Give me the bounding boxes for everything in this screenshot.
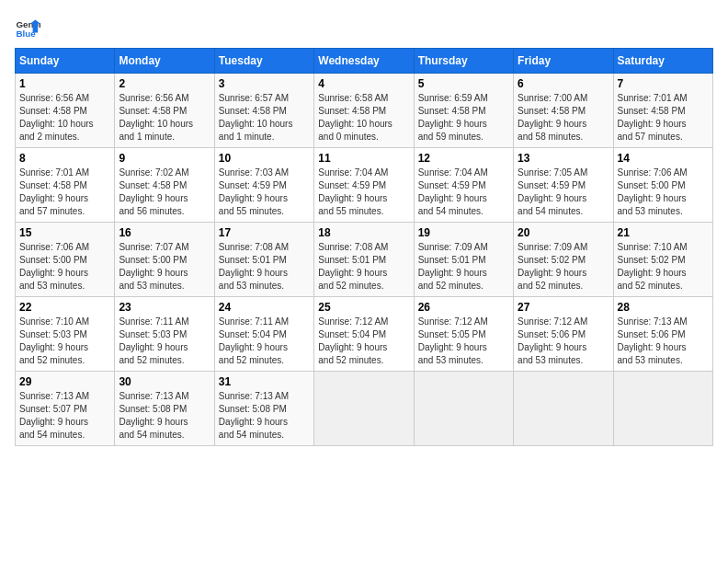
- day-info: Sunrise: 7:08 AM Sunset: 5:01 PM Dayligh…: [219, 241, 310, 293]
- column-header-monday: Monday: [115, 49, 214, 74]
- day-number: 2: [119, 77, 210, 90]
- day-number: 18: [318, 226, 409, 239]
- day-number: 17: [219, 226, 310, 239]
- column-header-sunday: Sunday: [16, 49, 115, 74]
- day-info: Sunrise: 7:12 AM Sunset: 5:05 PM Dayligh…: [418, 316, 509, 367]
- day-info: Sunrise: 7:02 AM Sunset: 4:58 PM Dayligh…: [119, 167, 210, 218]
- column-header-friday: Friday: [514, 49, 613, 74]
- day-info: Sunrise: 7:10 AM Sunset: 5:03 PM Dayligh…: [19, 316, 110, 367]
- page-header: General Blue: [15, 15, 713, 40]
- day-number: 5: [418, 77, 509, 90]
- calendar-cell: 17Sunrise: 7:08 AM Sunset: 5:01 PM Dayli…: [214, 223, 313, 297]
- calendar-cell: 20Sunrise: 7:09 AM Sunset: 5:02 PM Dayli…: [514, 223, 613, 297]
- calendar-cell: 1Sunrise: 6:56 AM Sunset: 4:58 PM Daylig…: [16, 74, 115, 148]
- day-number: 8: [19, 152, 110, 165]
- day-number: 19: [418, 226, 509, 239]
- day-info: Sunrise: 7:06 AM Sunset: 5:00 PM Dayligh…: [19, 241, 110, 293]
- calendar-table: SundayMondayTuesdayWednesdayThursdayFrid…: [15, 48, 713, 446]
- calendar-body: 1Sunrise: 6:56 AM Sunset: 4:58 PM Daylig…: [16, 74, 713, 446]
- calendar-week-2: 8Sunrise: 7:01 AM Sunset: 4:58 PM Daylig…: [16, 148, 713, 223]
- day-info: Sunrise: 6:57 AM Sunset: 4:58 PM Dayligh…: [219, 92, 310, 144]
- calendar-cell: 9Sunrise: 7:02 AM Sunset: 4:58 PM Daylig…: [115, 148, 214, 223]
- calendar-cell: 26Sunrise: 7:12 AM Sunset: 5:05 PM Dayli…: [414, 297, 513, 372]
- day-number: 3: [219, 77, 310, 90]
- day-info: Sunrise: 6:56 AM Sunset: 4:58 PM Dayligh…: [19, 92, 110, 144]
- calendar-cell: 8Sunrise: 7:01 AM Sunset: 4:58 PM Daylig…: [16, 148, 115, 223]
- day-number: 30: [119, 375, 210, 388]
- day-number: 13: [518, 152, 609, 165]
- calendar-cell: 21Sunrise: 7:10 AM Sunset: 5:02 PM Dayli…: [613, 223, 712, 297]
- calendar-cell: 19Sunrise: 7:09 AM Sunset: 5:01 PM Dayli…: [414, 223, 513, 297]
- calendar-cell: 31Sunrise: 7:13 AM Sunset: 5:08 PM Dayli…: [214, 372, 313, 446]
- day-info: Sunrise: 7:07 AM Sunset: 5:00 PM Dayligh…: [119, 241, 210, 293]
- day-info: Sunrise: 7:04 AM Sunset: 4:59 PM Dayligh…: [318, 167, 409, 218]
- day-info: Sunrise: 7:11 AM Sunset: 5:04 PM Dayligh…: [219, 316, 310, 367]
- day-number: 31: [219, 375, 310, 388]
- day-info: Sunrise: 7:04 AM Sunset: 4:59 PM Dayligh…: [418, 167, 509, 218]
- day-info: Sunrise: 7:01 AM Sunset: 4:58 PM Dayligh…: [618, 92, 709, 144]
- calendar-cell: 23Sunrise: 7:11 AM Sunset: 5:03 PM Dayli…: [115, 297, 214, 372]
- calendar-week-5: 29Sunrise: 7:13 AM Sunset: 5:07 PM Dayli…: [16, 372, 713, 446]
- calendar-cell: [613, 372, 712, 446]
- calendar-cell: 11Sunrise: 7:04 AM Sunset: 4:59 PM Dayli…: [314, 148, 414, 223]
- day-number: 28: [618, 301, 709, 314]
- day-info: Sunrise: 7:09 AM Sunset: 5:02 PM Dayligh…: [518, 241, 609, 293]
- day-number: 22: [19, 301, 110, 314]
- day-number: 10: [219, 152, 310, 165]
- calendar-cell: 28Sunrise: 7:13 AM Sunset: 5:06 PM Dayli…: [613, 297, 712, 372]
- calendar-cell: 13Sunrise: 7:05 AM Sunset: 4:59 PM Dayli…: [514, 148, 613, 223]
- calendar-cell: [514, 372, 613, 446]
- day-number: 20: [518, 226, 609, 239]
- calendar-cell: 2Sunrise: 6:56 AM Sunset: 4:58 PM Daylig…: [115, 74, 214, 148]
- calendar-cell: 29Sunrise: 7:13 AM Sunset: 5:07 PM Dayli…: [16, 372, 115, 446]
- day-number: 14: [618, 152, 709, 165]
- logo-icon: General Blue: [15, 15, 40, 40]
- day-number: 16: [119, 226, 210, 239]
- calendar-header: SundayMondayTuesdayWednesdayThursdayFrid…: [16, 49, 713, 74]
- calendar-cell: 10Sunrise: 7:03 AM Sunset: 4:59 PM Dayli…: [214, 148, 313, 223]
- day-info: Sunrise: 7:12 AM Sunset: 5:04 PM Dayligh…: [318, 316, 409, 367]
- day-number: 6: [518, 77, 609, 90]
- calendar-cell: 25Sunrise: 7:12 AM Sunset: 5:04 PM Dayli…: [314, 297, 414, 372]
- day-info: Sunrise: 7:13 AM Sunset: 5:06 PM Dayligh…: [618, 316, 709, 367]
- day-number: 9: [119, 152, 210, 165]
- column-header-wednesday: Wednesday: [314, 49, 414, 74]
- calendar-cell: [414, 372, 513, 446]
- day-number: 4: [318, 77, 409, 90]
- day-info: Sunrise: 7:03 AM Sunset: 4:59 PM Dayligh…: [219, 167, 310, 218]
- calendar-cell: 27Sunrise: 7:12 AM Sunset: 5:06 PM Dayli…: [514, 297, 613, 372]
- logo: General Blue: [15, 15, 40, 40]
- day-info: Sunrise: 7:01 AM Sunset: 4:58 PM Dayligh…: [19, 167, 110, 218]
- day-info: Sunrise: 7:10 AM Sunset: 5:02 PM Dayligh…: [618, 241, 709, 293]
- day-info: Sunrise: 7:13 AM Sunset: 5:08 PM Dayligh…: [219, 390, 310, 442]
- calendar-cell: 18Sunrise: 7:08 AM Sunset: 5:01 PM Dayli…: [314, 223, 414, 297]
- day-number: 29: [19, 375, 110, 388]
- column-header-tuesday: Tuesday: [214, 49, 313, 74]
- day-info: Sunrise: 7:13 AM Sunset: 5:08 PM Dayligh…: [119, 390, 210, 442]
- day-number: 24: [219, 301, 310, 314]
- column-header-saturday: Saturday: [613, 49, 712, 74]
- day-number: 25: [318, 301, 409, 314]
- calendar-cell: 16Sunrise: 7:07 AM Sunset: 5:00 PM Dayli…: [115, 223, 214, 297]
- day-number: 27: [518, 301, 609, 314]
- day-number: 21: [618, 226, 709, 239]
- day-info: Sunrise: 6:56 AM Sunset: 4:58 PM Dayligh…: [119, 92, 210, 144]
- calendar-week-1: 1Sunrise: 6:56 AM Sunset: 4:58 PM Daylig…: [16, 74, 713, 148]
- calendar-cell: 3Sunrise: 6:57 AM Sunset: 4:58 PM Daylig…: [214, 74, 313, 148]
- day-info: Sunrise: 6:58 AM Sunset: 4:58 PM Dayligh…: [318, 92, 409, 144]
- day-info: Sunrise: 6:59 AM Sunset: 4:58 PM Dayligh…: [418, 92, 509, 144]
- calendar-cell: 15Sunrise: 7:06 AM Sunset: 5:00 PM Dayli…: [16, 223, 115, 297]
- calendar-cell: 24Sunrise: 7:11 AM Sunset: 5:04 PM Dayli…: [214, 297, 313, 372]
- calendar-cell: 12Sunrise: 7:04 AM Sunset: 4:59 PM Dayli…: [414, 148, 513, 223]
- calendar-cell: 6Sunrise: 7:00 AM Sunset: 4:58 PM Daylig…: [514, 74, 613, 148]
- day-info: Sunrise: 7:12 AM Sunset: 5:06 PM Dayligh…: [518, 316, 609, 367]
- calendar-cell: 4Sunrise: 6:58 AM Sunset: 4:58 PM Daylig…: [314, 74, 414, 148]
- day-number: 26: [418, 301, 509, 314]
- day-info: Sunrise: 7:05 AM Sunset: 4:59 PM Dayligh…: [518, 167, 609, 218]
- calendar-cell: 22Sunrise: 7:10 AM Sunset: 5:03 PM Dayli…: [16, 297, 115, 372]
- day-number: 7: [618, 77, 709, 90]
- calendar-cell: 5Sunrise: 6:59 AM Sunset: 4:58 PM Daylig…: [414, 74, 513, 148]
- day-number: 23: [119, 301, 210, 314]
- day-info: Sunrise: 7:00 AM Sunset: 4:58 PM Dayligh…: [518, 92, 609, 144]
- day-info: Sunrise: 7:11 AM Sunset: 5:03 PM Dayligh…: [119, 316, 210, 367]
